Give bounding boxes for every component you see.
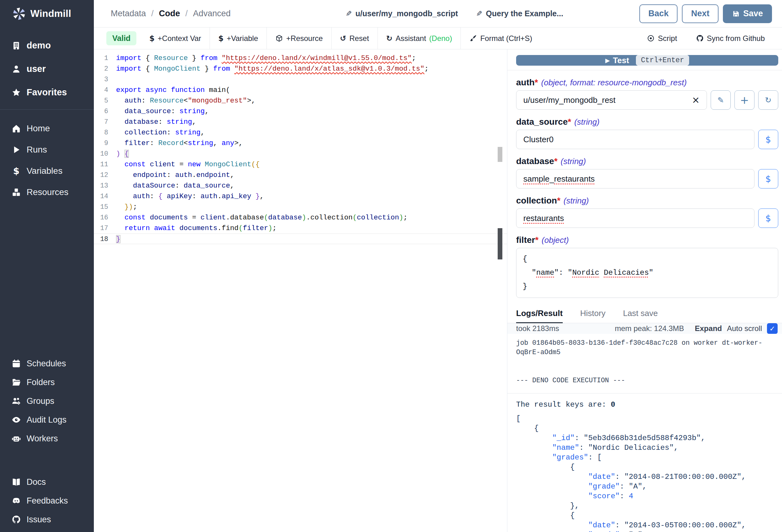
field-label: filter*(object): [516, 235, 778, 245]
sidebar-item-resources[interactable]: Resources: [0, 182, 94, 203]
sidebar-item-favorites[interactable]: Favorites: [0, 81, 94, 104]
github-dark-icon: [696, 34, 704, 42]
target-icon: [647, 34, 655, 42]
sidebar-item-home[interactable]: Home: [0, 118, 94, 139]
back-button[interactable]: Back: [639, 4, 678, 23]
windmill-logo-icon: [12, 7, 26, 21]
app-title: Windmill: [30, 8, 71, 20]
github-icon: [11, 515, 22, 524]
toolbar-context-var[interactable]: $+Context Var: [141, 28, 210, 49]
code-text: return await documents.find(filter);: [108, 223, 277, 233]
toolbar-sync-from-github[interactable]: Sync from Github: [687, 28, 773, 49]
toolbar-reset[interactable]: ↺Reset: [331, 28, 378, 49]
line-number: 18: [94, 234, 108, 244]
tab-last-save[interactable]: Last save: [623, 308, 658, 323]
sidebar-item-runs[interactable]: Runs: [0, 139, 94, 160]
run-panel: ▶ Test Ctrl+Enter auth*(object, format: …: [507, 49, 782, 532]
insert-variable-button[interactable]: $: [758, 208, 778, 228]
insert-variable-button[interactable]: $: [758, 169, 778, 188]
path-chip-label: u/user/my_mongodb_script: [355, 9, 458, 18]
field-data-source: data_source*(string)Cluster0$: [516, 117, 778, 149]
code-line: 15 });: [94, 202, 507, 212]
dollar-icon: $: [11, 166, 22, 176]
sidebar-item-feedbacks[interactable]: Feedbacks: [0, 491, 94, 510]
sidebar-item-folders[interactable]: Folders: [0, 373, 94, 392]
autoscroll-checkbox[interactable]: ✓: [767, 323, 778, 334]
top-header: Metadata/Code/Advanced ✎u/user/my_mongod…: [94, 0, 782, 28]
sidebar-item-label: Folders: [27, 378, 55, 387]
sidebar-item-issues[interactable]: Issues: [0, 510, 94, 529]
tab-metadata[interactable]: Metadata: [111, 9, 146, 18]
code-text: auth: { apiKey: auth.api_key },: [108, 191, 264, 202]
field-collection: collection*(string)restaurants$: [516, 196, 778, 228]
tab-advanced[interactable]: Advanced: [193, 9, 230, 18]
workspace-logo[interactable]: Windmill: [0, 0, 94, 28]
pencil-icon: ✎: [476, 9, 482, 18]
pencil-icon: ✎: [346, 9, 352, 18]
code-text: dataSource: data_source,: [108, 180, 234, 191]
valid-status-badge: Valid: [106, 31, 136, 45]
breadcrumb-separator: /: [185, 9, 188, 18]
resource-input-row: u/user/my_mongodb_rest×✎+↻: [516, 90, 778, 110]
toolbar-assistant[interactable]: ↻Assistant(Deno): [378, 28, 461, 49]
edit-resource-button[interactable]: ✎: [711, 90, 731, 110]
discord-icon: [11, 496, 22, 505]
editor-scrollbar-thumb[interactable]: [498, 147, 502, 162]
code-line: 4export async function main(: [94, 85, 507, 95]
code-text: auth: Resource<"mongodb_rest">,: [108, 95, 255, 106]
toolbar-resource[interactable]: +Resource: [267, 28, 331, 49]
editor-scrollbar-mark[interactable]: [498, 228, 502, 259]
field-type-note: (string): [561, 157, 586, 166]
string-input-row: Cluster0$: [516, 130, 778, 149]
toolbar-script[interactable]: Script: [638, 28, 685, 49]
expand-button[interactable]: Expand: [695, 324, 722, 333]
data_source-input[interactable]: Cluster0: [516, 130, 754, 149]
sidebar-item-user[interactable]: user: [0, 57, 94, 81]
sidebar-item-label: demo: [27, 40, 51, 51]
toolbar-format-ctrl-s[interactable]: Format (Ctrl+S): [461, 28, 540, 49]
save-button[interactable]: Save: [723, 4, 772, 23]
line-number: 5: [94, 95, 108, 106]
path-chip-u-user-my-mongodb-script[interactable]: ✎u/user/my_mongodb_script: [346, 9, 458, 18]
sidebar-item-workers[interactable]: Workers: [0, 429, 94, 448]
tab-logs-result[interactable]: Logs/Result: [516, 308, 563, 323]
path-chip-label: Query the Example...: [486, 9, 563, 18]
toolbar-variable[interactable]: $+Variable: [210, 28, 266, 49]
required-asterisk: *: [535, 78, 538, 87]
sidebar-item-schedules[interactable]: Schedules: [0, 354, 94, 373]
line-number: 2: [94, 64, 108, 74]
tab-code[interactable]: Code: [159, 9, 180, 18]
tab-history[interactable]: History: [580, 308, 606, 323]
argument-fields: auth*(object, format: resource-mongodb_r…: [516, 70, 778, 298]
line-number: 7: [94, 117, 108, 127]
line-number: 16: [94, 212, 108, 223]
line-number: 17: [94, 223, 108, 233]
sidebar-item-demo[interactable]: demo: [0, 34, 94, 57]
path-chip-query-the-example[interactable]: ✎Query the Example...: [476, 9, 563, 18]
collection-input[interactable]: restaurants: [516, 208, 754, 228]
database-input[interactable]: sample_restaurants: [516, 169, 754, 188]
add-resource-button[interactable]: +: [735, 90, 754, 110]
test-button[interactable]: ▶ Test Ctrl+Enter: [516, 55, 778, 66]
required-asterisk: *: [557, 196, 561, 205]
refresh-resource-button[interactable]: ↻: [758, 90, 778, 110]
code-editor[interactable]: 1import { Resource } from "https://deno.…: [94, 49, 507, 532]
took-label: took 2183ms: [516, 324, 559, 333]
sidebar-item-audit-logs[interactable]: Audit Logs: [0, 410, 94, 429]
sidebar-item-groups[interactable]: Groups: [0, 392, 94, 410]
sidebar-item-docs[interactable]: Docs: [0, 472, 94, 491]
insert-variable-button[interactable]: $: [758, 130, 778, 149]
code-text: ) {: [108, 149, 129, 159]
resource-picker-input[interactable]: u/user/my_mongodb_rest×: [516, 90, 707, 110]
code-line: 10) {: [94, 149, 507, 159]
clear-icon[interactable]: ×: [692, 95, 700, 105]
required-asterisk: *: [568, 117, 571, 126]
sidebar-item-label: Favorites: [27, 87, 67, 98]
next-button[interactable]: Next: [682, 4, 718, 23]
sidebar-item-variables[interactable]: $Variables: [0, 160, 94, 182]
code-text: });: [108, 202, 137, 212]
required-asterisk: *: [535, 235, 539, 245]
filter-json-editor[interactable]: { "name": "Nordic Delicacies"}: [516, 248, 778, 298]
content-row: 1import { Resource } from "https://deno.…: [94, 49, 782, 532]
field-type-note: (object): [542, 235, 569, 245]
